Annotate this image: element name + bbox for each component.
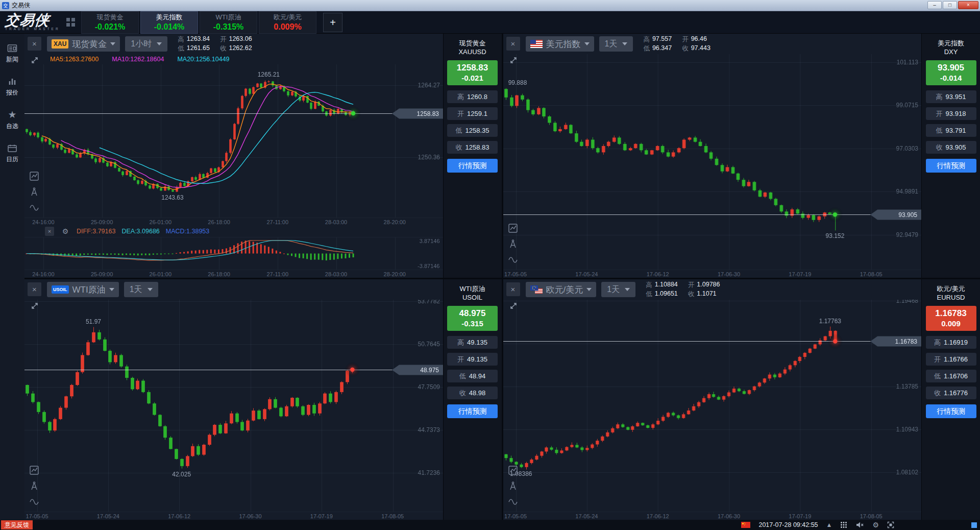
wave-pattern-icon[interactable]: [29, 496, 40, 508]
tab-eurusd[interactable]: 欧元/美元 0.009%: [259, 11, 316, 34]
stat-open: 开1.16766: [926, 353, 976, 366]
time-tick: 17-08-05: [860, 513, 883, 519]
calendar-icon: [7, 144, 17, 153]
stat-close: 收93.905: [926, 141, 976, 154]
interval-dropdown[interactable]: 1小时: [125, 36, 167, 52]
chart-tools: [507, 223, 519, 266]
tab-gold[interactable]: 现货黄金 -0.021%: [81, 11, 139, 34]
datetime: 2017-07-28 09:42:55: [758, 521, 818, 528]
app-icon: 交: [2, 2, 9, 9]
sidebar-item-news[interactable]: 新闻: [6, 44, 18, 64]
time-tick: 17-08-05: [860, 271, 883, 277]
time-tick: 17-06-12: [168, 513, 190, 519]
time-tick: 17-05-05: [26, 513, 48, 519]
time-tick: 26-01:00: [150, 219, 172, 225]
chevron-down-icon: [625, 288, 630, 291]
interval-dropdown[interactable]: 1天: [124, 282, 158, 297]
time-tick: 26-01:00: [150, 271, 172, 277]
ma-legend: MA5:1263.27600 MA10:1262.18604 MA20:1256…: [24, 54, 443, 64]
layout-grid-icon[interactable]: [66, 18, 75, 27]
candlestick-chart[interactable]: [24, 300, 443, 512]
chart-panel-dxy: × 美元指数 1天 高97.557: [503, 34, 980, 278]
time-tick: 28-20:00: [384, 271, 406, 277]
sidebar-item-calendar[interactable]: 日历: [6, 144, 18, 164]
drawing-compass-icon[interactable]: [29, 480, 40, 492]
gear-icon[interactable]: ⚙: [60, 227, 70, 236]
time-tick: 28-03:00: [325, 271, 347, 277]
scroll-corner-icon[interactable]: [971, 522, 977, 528]
indicator-icon[interactable]: [29, 171, 40, 182]
candlestick-chart[interactable]: [24, 64, 443, 218]
time-tick: 24-16:00: [32, 271, 54, 277]
interval-dropdown[interactable]: 1天: [599, 36, 633, 52]
chart-grid: × XAU 现货黄金 1小时 高1263.84 开1263.06 低1261.6…: [24, 34, 980, 520]
sidebar-item-watchlist[interactable]: ★ 自选: [6, 110, 18, 131]
stat-open: 开49.135: [447, 353, 498, 366]
forecast-button[interactable]: 行情预测: [447, 159, 498, 173]
macd-chart[interactable]: [24, 237, 443, 270]
add-tab-button[interactable]: +: [323, 13, 342, 32]
chart-header: XAU 现货黄金 1小时 高1263.84 开1263.06 低1261.65 …: [24, 34, 443, 54]
time-tick: 26-18:00: [208, 219, 230, 225]
wave-pattern-icon[interactable]: [29, 202, 40, 213]
price-badge: 93.905 -0.014: [926, 60, 976, 85]
stat-high: 高93.951: [926, 90, 976, 103]
eur-usd-flag-icon: [530, 285, 543, 294]
chart-panel-xauusd: × XAU 现货黄金 1小时 高1263.84 开1263.06 低1261.6…: [24, 34, 502, 278]
stat-low: 低93.791: [926, 124, 976, 137]
macd-scale-bottom: -3.87146: [418, 263, 439, 269]
stat-high: 高1.16919: [926, 336, 976, 349]
dea-value: DEA:3.09686: [121, 228, 159, 235]
price-badge: 48.975 -0.315: [447, 306, 498, 331]
forecast-button[interactable]: 行情预测: [447, 404, 498, 418]
indicator-icon[interactable]: [29, 465, 40, 476]
interval-dropdown[interactable]: 1天: [601, 282, 635, 297]
time-tick: 28-20:00: [384, 219, 406, 225]
muted-speaker-icon[interactable]: [855, 521, 864, 528]
sidebar-item-quotes[interactable]: 报价: [6, 77, 18, 97]
close-indicator-button[interactable]: ×: [45, 227, 54, 236]
chart-header: 美元指数 1天 高97.557 开96.46 低96.347 收97.443: [503, 34, 922, 54]
symbol-dropdown[interactable]: XAU 现货黄金: [47, 36, 120, 52]
drawing-compass-icon[interactable]: [29, 186, 40, 198]
instrument-info-panel: WTI原油 USOIL 48.975 -0.315 高49.135 开49.13…: [443, 279, 502, 520]
symbol-dropdown[interactable]: USOIL WTI原油: [47, 282, 119, 297]
candlestick-chart[interactable]: [503, 300, 922, 512]
wave-pattern-icon[interactable]: [507, 254, 519, 266]
symbol-dropdown[interactable]: 欧元/美元: [526, 282, 597, 297]
gear-icon[interactable]: ⚙: [872, 521, 879, 529]
grid-dots-icon[interactable]: [840, 521, 847, 528]
tab-dxy[interactable]: 美元指数 -0.014%: [140, 11, 198, 34]
collapse-up-icon[interactable]: ▲: [826, 521, 832, 528]
chevron-down-icon: [584, 42, 590, 45]
close-window-button[interactable]: ×: [958, 1, 978, 9]
macd-scale-top: 3.87146: [420, 238, 440, 244]
drawing-compass-icon[interactable]: [507, 238, 519, 250]
fullscreen-icon[interactable]: [887, 521, 894, 528]
instrument-tabs: 现货黄金 -0.021% 美元指数 -0.014% WTI原油 -0.315% …: [81, 11, 318, 34]
time-axis: 17-05-0517-05-2417-06-1217-06-3017-07-19…: [503, 270, 922, 278]
symbol-dropdown[interactable]: 美元指数: [526, 36, 594, 52]
indicator-icon[interactable]: [507, 465, 519, 476]
instrument-info-panel: 美元指数 DXY 93.905 -0.014 高93.951 开93.918 低…: [921, 34, 980, 278]
forecast-button[interactable]: 行情预测: [926, 159, 976, 173]
chart-panel-usoil: × USOIL WTI原油 1天: [24, 279, 502, 520]
wave-pattern-icon[interactable]: [507, 496, 519, 508]
time-tick: 17-06-12: [647, 271, 669, 277]
time-tick: 17-05-24: [97, 513, 119, 519]
usoil-badge: USOIL: [52, 285, 69, 294]
maximize-button[interactable]: □: [943, 1, 957, 9]
us-flag-icon: [530, 40, 543, 48]
time-tick: 17-05-24: [575, 271, 598, 277]
time-axis: 24-16:0025-09:0026-01:0026-18:0027-11:00…: [24, 270, 443, 278]
drawing-compass-icon[interactable]: [507, 480, 519, 492]
china-flag-icon: [741, 522, 750, 528]
chart-tools: [507, 465, 519, 508]
candlestick-chart[interactable]: [503, 54, 922, 270]
indicator-icon[interactable]: [507, 223, 519, 234]
forecast-button[interactable]: 行情预测: [926, 404, 976, 418]
minimize-button[interactable]: –: [927, 1, 942, 9]
tab-wti[interactable]: WTI原油 -0.315%: [200, 11, 257, 34]
feedback-button[interactable]: 意见反馈: [1, 520, 33, 529]
macd-header: × ⚙ DIFF:3.79163 DEA:3.09686 MACD:1.3895…: [24, 226, 443, 237]
